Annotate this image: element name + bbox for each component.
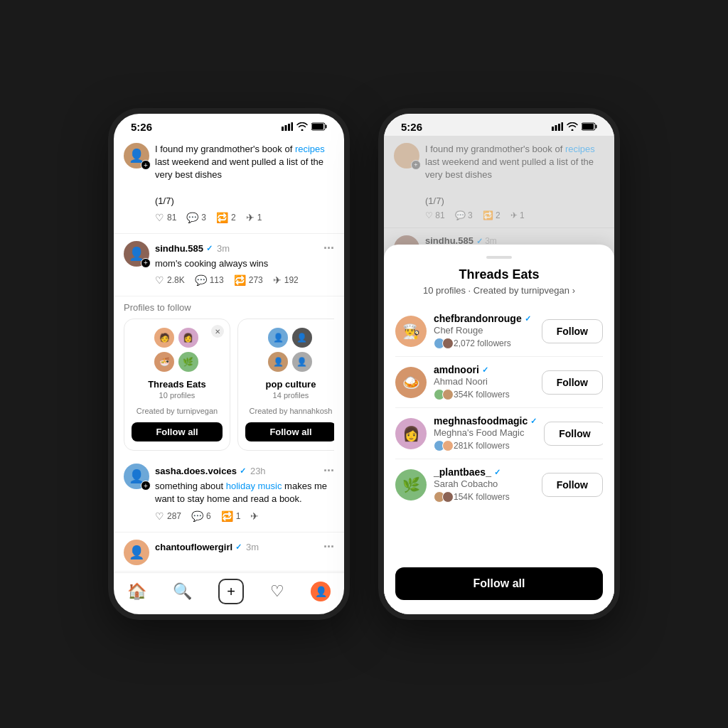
like-btn-3[interactable]: ♡ 287 (155, 510, 181, 522)
pli-name-3: meghnasfoodmagic ✓ (434, 415, 537, 427)
post-4-more[interactable]: ··· (323, 540, 334, 555)
share-btn-2[interactable]: ✈ 192 (273, 274, 299, 286)
like-btn-1[interactable]: ♡ 81 (155, 212, 176, 223)
follow-btn-1[interactable]: Follow (542, 319, 603, 343)
card-mini-av-2: 👩 (178, 328, 198, 348)
post-3-more[interactable]: ··· (323, 464, 334, 478)
post-2-more[interactable]: ··· (323, 241, 334, 256)
battery-icon-right (582, 122, 597, 133)
post-2-actions: ♡ 2.8K 💬 113 🔁 273 ✈ 1 (155, 274, 334, 286)
pli-info-4: _plantbaes_ ✓ Sarah Cobacho 154K followe… (434, 466, 535, 503)
post-2-username: sindhu.585 (155, 243, 203, 254)
follower-av-2b (442, 389, 454, 400)
left-phone: 5:26 👤 + (108, 108, 350, 620)
pli-verified-3: ✓ (530, 417, 537, 426)
post-2-time: 3m (217, 243, 230, 254)
pli-followers-4: 154K followers (434, 491, 535, 503)
add-icon: + (227, 584, 235, 600)
card-1-follow-btn[interactable]: Follow all (132, 422, 223, 441)
post-3-avatar-plus[interactable]: + (141, 481, 151, 491)
card-2-follow-btn[interactable]: Follow all (245, 422, 334, 441)
heart-nav-icon: ♡ (270, 582, 284, 601)
post-3-avatar-wrap: 👤 + (124, 464, 149, 489)
post-2-avatar-plus[interactable]: + (141, 258, 151, 268)
pli-info-3: meghnasfoodmagic ✓ Meghna's Food Magic 2… (434, 415, 537, 451)
follow-btn-3[interactable]: Follow (544, 422, 603, 446)
card-mini-av-7: 👤 (268, 352, 288, 372)
card-mini-av-5: 👤 (268, 328, 288, 348)
share-btn-1[interactable]: ✈ 1 (246, 212, 262, 223)
svg-rect-2 (288, 124, 290, 131)
status-bar-left: 5:26 (114, 114, 344, 136)
search-icon: 🔍 (173, 582, 192, 601)
post-3-username: sasha.does.voices (155, 466, 237, 476)
post-3: 👤 + sasha.does.voices ✓ 23h ··· somethin… (114, 456, 344, 532)
sheet-title: Threads Eats (395, 267, 603, 282)
follow-all-btn[interactable]: Follow all (395, 567, 603, 600)
repost-btn-1[interactable]: 🔁 2 (216, 212, 236, 223)
post-1-body: I found my grandmother's book of recipes… (155, 143, 334, 223)
comment-btn-3[interactable]: 💬 6 (191, 510, 211, 522)
share-icon-3: ✈ (250, 510, 259, 522)
profiles-section: Profiles to follow ✕ 🧑 👩 🍜 🌿 Threads Eat… (114, 296, 344, 451)
comment-btn-2[interactable]: 💬 113 (195, 274, 224, 286)
post-2-user-line: sindhu.585 ✓ 3m ··· (155, 241, 334, 256)
share-btn-3[interactable]: ✈ (250, 510, 259, 522)
pli-follower-avatars-4 (434, 491, 451, 503)
card-mini-av-6: 👤 (292, 328, 312, 348)
share-icon: ✈ (246, 212, 255, 223)
right-phone: 5:26 + I found my grandmother's bo (378, 108, 620, 620)
like-btn-2[interactable]: ♡ 2.8K (155, 274, 185, 286)
comment-btn-1[interactable]: 💬 3 (186, 212, 206, 223)
post-3-time: 23h (250, 466, 266, 476)
pli-name-1: chefbrandonrouge ✓ (434, 313, 535, 324)
post-4-verified: ✓ (235, 542, 242, 552)
pli-avatar-3: 👩 (395, 418, 427, 449)
repost-btn-2[interactable]: 🔁 273 (234, 274, 263, 286)
svg-rect-12 (582, 124, 594, 129)
post-1: 👤 + I found my grandmother's book of rec… (114, 136, 344, 234)
repost-icon-2: 🔁 (234, 274, 246, 286)
post-1-header: 👤 + I found my grandmother's book of rec… (124, 143, 334, 223)
nav-search[interactable]: 🔍 (173, 582, 192, 601)
card-mini-av-8: 👤 (292, 352, 312, 372)
bottom-nav-left: 🏠 🔍 + ♡ 👤 (114, 572, 344, 614)
share-icon-2: ✈ (273, 274, 282, 286)
pli-handle-1: Chef Rouge (434, 325, 535, 336)
card-close-1[interactable]: ✕ (211, 325, 224, 338)
nav-heart[interactable]: ♡ (270, 582, 284, 601)
sheet-handle (486, 256, 512, 259)
follower-av-3b (442, 440, 454, 451)
home-icon: 🏠 (127, 582, 146, 601)
profile-item-4: 🌿 _plantbaes_ ✓ Sarah Cobacho 1 (395, 459, 603, 510)
card-2-profiles: 14 profiles (245, 391, 334, 400)
post-3-header: 👤 + sasha.does.voices ✓ 23h ··· somethin… (124, 464, 334, 521)
post-4-username: chantouflowergirl (155, 542, 232, 552)
status-icons-left (282, 122, 327, 133)
profile-card-2: 👤 👤 👤 👤 pop culture 14 profiles Created … (237, 318, 334, 451)
pli-followers-3: 281K followers (434, 440, 537, 451)
repost-btn-3[interactable]: 🔁 1 (221, 510, 241, 522)
pli-verified-1: ✓ (525, 314, 531, 323)
post-1-avatar-plus[interactable]: + (141, 160, 151, 170)
profile-item-2: 🍛 amdnoori ✓ Ahmad Noori 354K f (395, 357, 603, 408)
nav-avatar[interactable]: 👤 (311, 582, 331, 601)
card-2-created: Created by hannahkosh (245, 407, 334, 415)
svg-rect-7 (552, 127, 554, 131)
status-icons-right (552, 122, 597, 133)
post-1-avatar-wrap: 👤 + (124, 143, 149, 168)
post-4-avatar: 👤 (124, 540, 149, 565)
svg-rect-5 (312, 124, 323, 129)
follow-btn-2[interactable]: Follow (542, 370, 603, 395)
heart-icon-3: ♡ (155, 510, 164, 522)
nav-home[interactable]: 🏠 (127, 582, 146, 601)
dimmed-post-1: + I found my grandmother's book of recip… (384, 136, 614, 228)
sheet-subtitle[interactable]: 10 profiles · Created by turnipvegan › (395, 285, 603, 296)
comment-icon-3: 💬 (191, 510, 203, 522)
nav-add[interactable]: + (218, 579, 244, 604)
pli-verified-2: ✓ (482, 365, 488, 375)
follow-btn-4[interactable]: Follow (542, 473, 603, 497)
post-2-avatar-wrap: 👤 + (124, 241, 149, 267)
follower-av-4b (442, 491, 454, 503)
profile-card-1: ✕ 🧑 👩 🍜 🌿 Threads Eats 10 profiles Creat… (124, 318, 230, 451)
